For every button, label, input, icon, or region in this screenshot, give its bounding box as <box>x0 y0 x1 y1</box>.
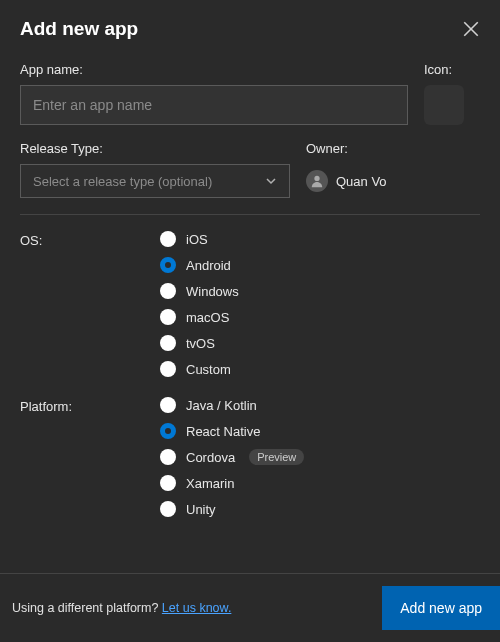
radio-label: Windows <box>186 284 239 299</box>
owner-display[interactable]: Quan Vo <box>306 164 480 198</box>
platform-option-java-kotlin[interactable]: Java / Kotlin <box>160 397 304 413</box>
svg-point-2 <box>314 176 319 181</box>
dialog-title: Add new app <box>20 18 138 40</box>
radio-icon <box>160 501 176 517</box>
radio-label: React Native <box>186 424 260 439</box>
os-radio-group: iOSAndroidWindowsmacOStvOSCustom <box>160 231 239 377</box>
release-type-select[interactable]: Select a release type (optional) <box>20 164 290 198</box>
radio-icon <box>160 257 176 273</box>
radio-icon <box>160 475 176 491</box>
platform-option-unity[interactable]: Unity <box>160 501 304 517</box>
footer-text: Using a different platform? Let us know. <box>12 601 231 615</box>
radio-label: Java / Kotlin <box>186 398 257 413</box>
preview-badge: Preview <box>249 449 304 465</box>
radio-label: iOS <box>186 232 208 247</box>
release-type-placeholder: Select a release type (optional) <box>33 174 212 189</box>
release-type-label: Release Type: <box>20 141 290 156</box>
radio-label: tvOS <box>186 336 215 351</box>
let-us-know-link[interactable]: Let us know. <box>162 601 232 615</box>
platform-option-react-native[interactable]: React Native <box>160 423 304 439</box>
divider <box>20 214 480 215</box>
os-option-ios[interactable]: iOS <box>160 231 239 247</box>
owner-label: Owner: <box>306 141 480 156</box>
radio-label: Unity <box>186 502 216 517</box>
avatar <box>306 170 328 192</box>
os-label: OS: <box>20 231 160 377</box>
app-name-input[interactable] <box>20 85 408 125</box>
platform-option-xamarin[interactable]: Xamarin <box>160 475 304 491</box>
radio-icon <box>160 283 176 299</box>
radio-icon <box>160 423 176 439</box>
icon-upload[interactable] <box>424 85 464 125</box>
close-icon[interactable] <box>462 20 480 38</box>
platform-option-cordova[interactable]: CordovaPreview <box>160 449 304 465</box>
radio-icon <box>160 231 176 247</box>
radio-icon <box>160 449 176 465</box>
chevron-down-icon <box>265 175 277 187</box>
os-option-custom[interactable]: Custom <box>160 361 239 377</box>
os-option-macos[interactable]: macOS <box>160 309 239 325</box>
radio-icon <box>160 361 176 377</box>
os-option-tvos[interactable]: tvOS <box>160 335 239 351</box>
os-option-android[interactable]: Android <box>160 257 239 273</box>
owner-name: Quan Vo <box>336 174 387 189</box>
os-option-windows[interactable]: Windows <box>160 283 239 299</box>
radio-icon <box>160 397 176 413</box>
radio-label: macOS <box>186 310 229 325</box>
app-name-label: App name: <box>20 62 408 77</box>
add-new-app-button[interactable]: Add new app <box>382 586 500 630</box>
radio-icon <box>160 309 176 325</box>
platform-radio-group: Java / KotlinReact NativeCordovaPreviewX… <box>160 397 304 517</box>
radio-label: Xamarin <box>186 476 234 491</box>
radio-label: Custom <box>186 362 231 377</box>
radio-label: Android <box>186 258 231 273</box>
radio-label: Cordova <box>186 450 235 465</box>
radio-icon <box>160 335 176 351</box>
platform-label: Platform: <box>20 397 160 517</box>
icon-label: Icon: <box>424 62 480 77</box>
